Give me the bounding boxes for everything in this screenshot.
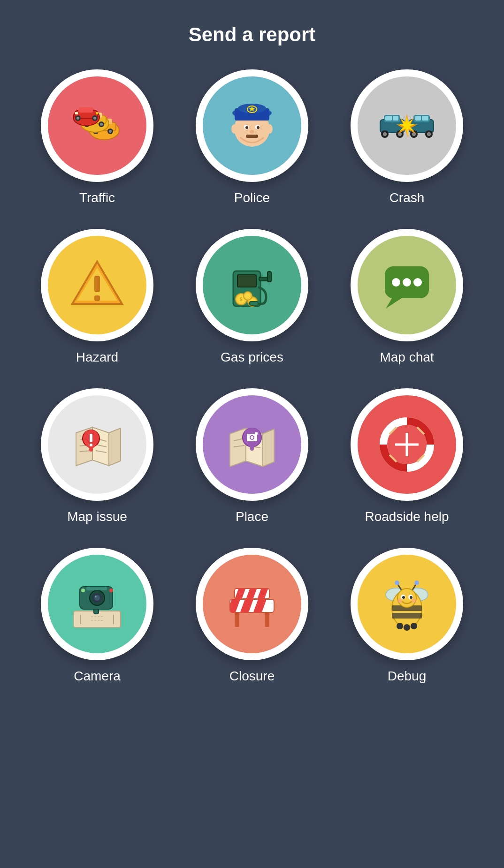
svg-rect-151 (392, 613, 422, 619)
svg-point-36 (231, 124, 237, 134)
svg-rect-106 (247, 434, 251, 436)
mapissue-label: Map issue (67, 509, 127, 524)
svg-point-78 (403, 278, 411, 287)
report-item-police[interactable]: Police (182, 69, 322, 205)
crash-circle (351, 69, 463, 182)
debug-label: Debug (388, 669, 427, 684)
svg-rect-91 (90, 434, 92, 442)
roadside-icon-bg (358, 395, 456, 494)
closure-icon-bg (203, 555, 301, 653)
report-item-closure[interactable]: Closure (182, 548, 322, 684)
svg-rect-126 (86, 587, 107, 590)
svg-point-79 (413, 278, 422, 287)
report-item-traffic[interactable]: Traffic (27, 69, 168, 205)
roadside-circle (351, 388, 463, 501)
debug-icon-bg (358, 555, 456, 653)
svg-point-90 (89, 448, 93, 452)
report-item-debug[interactable]: Debug (336, 548, 477, 684)
svg-marker-76 (386, 297, 404, 309)
debug-icon (376, 574, 437, 634)
svg-rect-105 (255, 432, 258, 435)
svg-point-37 (267, 124, 273, 134)
svg-point-157 (397, 598, 402, 603)
svg-point-127 (81, 589, 85, 592)
svg-text:$: $ (240, 297, 243, 302)
gas-circle: $ (196, 229, 308, 341)
svg-point-161 (411, 623, 417, 629)
camera-circle (41, 548, 153, 660)
crash-icon-bg (358, 76, 456, 175)
hazard-icon-bg (48, 236, 146, 334)
place-label: Place (236, 509, 268, 524)
gas-icon: $ (221, 255, 283, 316)
gas-label: Gas prices (221, 350, 283, 365)
svg-rect-66 (267, 272, 271, 282)
closure-circle (196, 548, 308, 660)
camera-icon (67, 574, 128, 634)
svg-rect-22 (96, 112, 98, 114)
hazard-circle (41, 229, 153, 341)
report-item-hazard[interactable]: Hazard (27, 229, 168, 365)
svg-rect-92 (90, 444, 92, 446)
svg-point-43 (383, 132, 387, 136)
svg-point-152 (397, 589, 416, 607)
traffic-label: Traffic (79, 190, 115, 205)
page-title: Send a report (189, 23, 316, 46)
report-item-gas[interactable]: $ Gas prices (182, 229, 322, 365)
svg-rect-35 (246, 135, 258, 138)
svg-point-33 (257, 126, 260, 129)
svg-point-101 (250, 447, 254, 451)
gas-icon-bg: $ (203, 236, 301, 334)
svg-point-73 (245, 294, 250, 298)
svg-point-158 (412, 598, 416, 603)
svg-rect-50 (415, 116, 421, 121)
report-item-mapissue[interactable]: Map issue (27, 388, 168, 524)
svg-point-146 (395, 581, 399, 585)
debug-circle (351, 548, 463, 660)
police-icon-bg (203, 76, 301, 175)
svg-point-6 (109, 130, 112, 133)
mapchat-icon (376, 255, 437, 316)
svg-rect-61 (94, 295, 100, 301)
place-icon (221, 414, 283, 475)
roadside-icon (376, 414, 437, 475)
svg-rect-40 (385, 116, 392, 121)
report-item-mapchat[interactable]: Map chat (336, 229, 477, 365)
svg-point-13 (100, 123, 103, 126)
police-icon (221, 95, 283, 156)
mapissue-icon (67, 414, 128, 475)
report-item-camera[interactable]: Camera (27, 548, 168, 684)
mapchat-icon-bg (358, 236, 456, 334)
crash-icon (376, 95, 437, 156)
svg-point-52 (427, 132, 431, 136)
closure-icon (221, 574, 283, 634)
svg-rect-16 (78, 107, 93, 113)
police-circle (196, 69, 308, 182)
camera-icon-bg (48, 555, 146, 653)
svg-point-77 (392, 278, 400, 287)
svg-point-160 (404, 624, 410, 631)
closure-label: Closure (229, 669, 275, 684)
mapissue-circle (41, 388, 153, 501)
hazard-icon (67, 255, 128, 316)
svg-rect-60 (94, 276, 100, 292)
svg-point-125 (95, 596, 97, 597)
svg-rect-74 (250, 302, 258, 305)
camera-label: Camera (74, 669, 121, 684)
svg-point-159 (397, 623, 403, 629)
crash-label: Crash (389, 190, 425, 205)
hazard-label: Hazard (76, 350, 118, 365)
svg-point-32 (245, 126, 248, 129)
report-item-crash[interactable]: Crash (336, 69, 477, 205)
report-item-roadside[interactable]: Roadside help (336, 388, 477, 524)
police-label: Police (234, 190, 270, 205)
report-item-place[interactable]: Place (182, 388, 322, 524)
svg-point-18 (76, 117, 79, 120)
traffic-icon (67, 95, 128, 156)
svg-point-155 (402, 596, 405, 599)
svg-rect-64 (238, 275, 256, 287)
traffic-icon-bg (48, 76, 146, 175)
mapchat-circle (351, 229, 463, 341)
report-grid: Traffic (27, 69, 477, 684)
mapissue-icon-bg (48, 395, 146, 494)
